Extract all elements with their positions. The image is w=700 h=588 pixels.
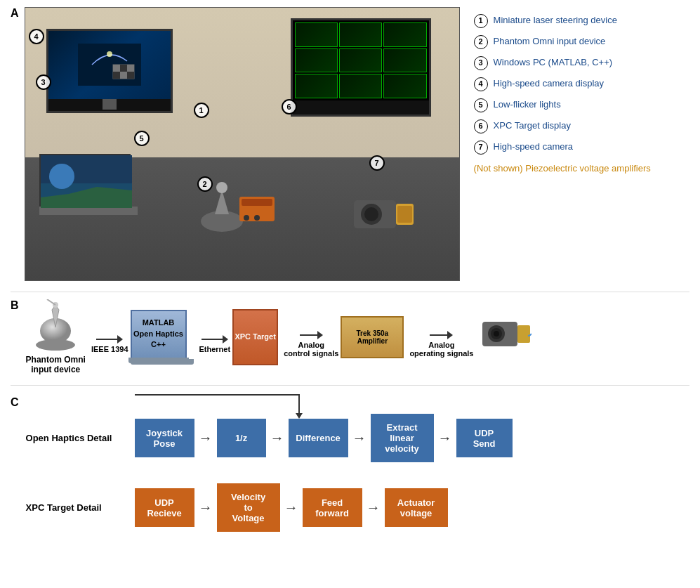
- section-c-label: C: [11, 396, 19, 409]
- difference-block: Difference: [289, 419, 348, 457]
- udp-send-block: UDPSend: [456, 419, 513, 457]
- xpc-target-title: XPC Target Detail: [26, 502, 135, 513]
- svg-rect-4: [120, 65, 127, 72]
- feedback-line-top: [135, 394, 300, 414]
- lab-photo: 3 5 1 2 4 6 7: [25, 7, 460, 281]
- legend-item-2: 2 Phantom Omni input device: [474, 35, 689, 49]
- joystick-pose-block: JoystickPose: [135, 419, 194, 457]
- section-b-label: B: [11, 299, 19, 312]
- number-3: 3: [36, 74, 51, 90]
- analog-operating-arrow: Analogoperating signals: [409, 317, 473, 358]
- not-shown-text: (Not shown) Piezoelectric voltage amplif…: [474, 163, 651, 174]
- svg-rect-19: [397, 206, 412, 223]
- analog-control-arrow: Analogcontrol signals: [284, 317, 338, 358]
- ethernet-label: Ethernet: [199, 345, 231, 353]
- svg-rect-6: [113, 72, 120, 79]
- ieee-label: IEEE 1394: [91, 345, 128, 353]
- number-4: 4: [29, 29, 44, 44]
- ieee-arrow: IEEE 1394: [91, 321, 128, 353]
- svg-point-31: [494, 331, 499, 337]
- analog-control-label: Analogcontrol signals: [284, 341, 338, 358]
- svg-point-1: [107, 51, 112, 57]
- legend-item-1: 1 Miniature laser steering device: [474, 14, 689, 28]
- number-2: 2: [197, 176, 213, 192]
- open-haptics-title: Open Haptics Detail: [26, 433, 135, 443]
- number-5: 5: [134, 131, 150, 146]
- number-7: 7: [369, 155, 385, 171]
- laptop-box: MATLABOpen HapticsC++: [131, 310, 194, 365]
- svg-rect-32: [517, 325, 530, 343]
- svg-point-17: [364, 207, 378, 221]
- arrow-7: →: [366, 499, 381, 516]
- laptop: [39, 154, 138, 224]
- legend-item-3: 3 Windows PC (MATLAB, C++): [474, 56, 689, 70]
- one-z-block: 1/z: [217, 419, 266, 457]
- section-a-label: A: [11, 7, 19, 20]
- feed-forward-block: Feedforward: [303, 488, 362, 527]
- extract-velocity-block: Extractlinearvelocity: [371, 414, 434, 462]
- laser-device-b: [475, 311, 531, 363]
- arrow-4: →: [438, 430, 452, 446]
- svg-rect-21: [242, 199, 272, 206]
- svg-rect-8: [127, 72, 134, 79]
- legend-item-4: 4 High-speed camera display: [474, 77, 689, 91]
- arrow-6: →: [284, 499, 298, 516]
- number-6: 6: [282, 99, 297, 115]
- legend-item-7: 7 High-speed camera: [474, 141, 689, 155]
- phantom-device-b: Phantom Omniinput device: [26, 299, 86, 374]
- velocity-voltage-block: VelocitytoVoltage: [217, 483, 280, 532]
- xpc-target-box: XPC Target: [232, 309, 278, 365]
- svg-point-23: [254, 215, 260, 221]
- xpc-target-row: XPC Target Detail UDPRecieve → Velocityt…: [26, 483, 689, 532]
- udp-receive-block: UDPRecieve: [135, 488, 194, 527]
- svg-point-14: [216, 182, 227, 193]
- legend-item-5: 5 Low-flicker lights: [474, 98, 689, 112]
- camera: [347, 186, 417, 245]
- svg-point-11: [49, 164, 74, 189]
- laser-device-photo: [236, 193, 278, 231]
- svg-rect-3: [113, 65, 120, 72]
- phantom-label: Phantom Omniinput device: [26, 355, 86, 374]
- svg-rect-5: [127, 65, 134, 72]
- arrow-1: →: [199, 430, 213, 446]
- svg-point-22: [244, 215, 249, 221]
- trek-amplifier: Trek 350aAmplifier: [341, 316, 404, 358]
- analog-operating-label: Analogoperating signals: [409, 341, 473, 358]
- left-monitor: [46, 29, 173, 113]
- arrow-2: →: [270, 430, 284, 446]
- ethernet-arrow: Ethernet: [199, 321, 231, 353]
- actuator-voltage-block: Actuatorvoltage: [385, 488, 448, 527]
- svg-rect-7: [120, 72, 127, 79]
- legend-item-6: 6 XPC Target display: [474, 119, 689, 133]
- svg-line-27: [47, 299, 55, 305]
- legend: 1 Miniature laser steering device 2 Phan…: [460, 7, 689, 174]
- arrow-3: →: [352, 430, 366, 446]
- number-1: 1: [194, 103, 209, 118]
- open-haptics-row: Open Haptics Detail JoystickPose → 1/z →…: [26, 414, 689, 462]
- right-monitor: [291, 18, 431, 117]
- arrow-5: →: [199, 499, 213, 516]
